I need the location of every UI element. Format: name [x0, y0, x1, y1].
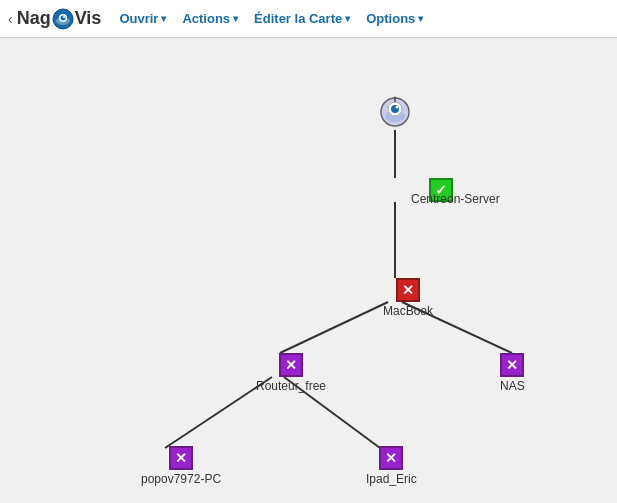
node-centreon-server[interactable]: ✓ Centreon-Server — [383, 178, 500, 206]
back-arrow[interactable]: ‹ — [8, 11, 13, 27]
nav-ouvrir-label: Ouvrir — [119, 11, 158, 26]
centreon-server-label: Centreon-Server — [411, 192, 500, 206]
nav-options-label: Options — [366, 11, 415, 26]
macbook-icon: ✕ — [396, 278, 420, 302]
logo-text-right: Vis — [75, 8, 102, 29]
routeur-free-x: ✕ — [285, 358, 297, 372]
node-globe[interactable] — [379, 96, 411, 128]
ipad-eric-x: ✕ — [385, 451, 397, 465]
map-area: ✓ Centreon-Server ✕ MacBook ✕ Routeur_fr… — [0, 38, 617, 503]
popov-pc-label: popov7972-PC — [141, 472, 221, 486]
logo-area: ‹ Nag Vis — [8, 8, 101, 30]
logo[interactable]: Nag Vis — [17, 8, 102, 30]
routeur-free-label: Routeur_free — [256, 379, 326, 393]
node-popov-pc[interactable]: ✕ popov7972-PC — [141, 446, 221, 486]
nav-actions-chevron: ▾ — [233, 13, 238, 24]
svg-point-3 — [60, 15, 65, 20]
svg-line-7 — [280, 302, 388, 353]
nav-options[interactable]: Options ▾ — [360, 7, 429, 30]
popov-pc-x: ✕ — [175, 451, 187, 465]
map-connections — [0, 38, 617, 503]
popov-pc-icon: ✕ — [169, 446, 193, 470]
nav-editer-chevron: ▾ — [345, 13, 350, 24]
nas-label: NAS — [500, 379, 525, 393]
nav-ouvrir-chevron: ▾ — [161, 13, 166, 24]
nav-editer[interactable]: Éditer la Carte ▾ — [248, 7, 356, 30]
svg-point-4 — [63, 16, 65, 18]
svg-point-17 — [394, 97, 397, 100]
macbook-x: ✕ — [402, 283, 414, 297]
ipad-eric-icon: ✕ — [379, 446, 403, 470]
nav-editer-label: Éditer la Carte — [254, 11, 342, 26]
nav-actions-label: Actions — [182, 11, 230, 26]
header: ‹ Nag Vis Ouvrir ▾ Actions ▾ Éditer la C… — [0, 0, 617, 38]
nav-ouvrir[interactable]: Ouvrir ▾ — [113, 7, 172, 30]
logo-icon — [52, 8, 74, 30]
svg-point-15 — [396, 106, 399, 109]
macbook-label: MacBook — [383, 304, 433, 318]
nas-x: ✕ — [506, 358, 518, 372]
nav-options-chevron: ▾ — [418, 13, 423, 24]
node-ipad-eric[interactable]: ✕ Ipad_Eric — [366, 446, 417, 486]
nas-icon: ✕ — [500, 353, 524, 377]
globe-icon — [379, 96, 411, 128]
node-nas[interactable]: ✕ NAS — [500, 353, 525, 393]
node-routeur-free[interactable]: ✕ Routeur_free — [256, 353, 326, 393]
nav-actions[interactable]: Actions ▾ — [176, 7, 244, 30]
routeur-free-icon: ✕ — [279, 353, 303, 377]
ipad-eric-label: Ipad_Eric — [366, 472, 417, 486]
logo-text-left: Nag — [17, 8, 51, 29]
node-macbook[interactable]: ✕ MacBook — [383, 278, 433, 318]
